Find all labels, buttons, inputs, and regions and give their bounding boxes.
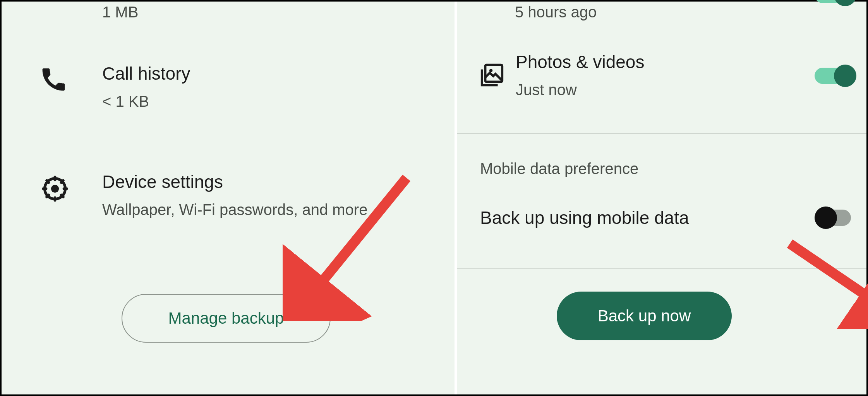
gear-icon [40, 174, 70, 203]
item-device-settings[interactable]: Device settings Wallpaper, Wi-Fi passwor… [2, 172, 455, 220]
prev-item-time: 5 hours ago [515, 2, 597, 22]
row-photos-videos[interactable]: Photos & videos Just now [479, 52, 856, 100]
mobile-data-toggle[interactable] [815, 207, 856, 229]
divider-1 [457, 133, 866, 134]
photos-icon [479, 61, 516, 90]
device-settings-sub: Wallpaper, Wi-Fi passwords, and more [102, 199, 396, 220]
svg-point-3 [489, 69, 492, 72]
prev-item-toggle-partial[interactable] [815, 0, 856, 6]
prev-item-size: 1 MB [102, 2, 138, 22]
phone-icon [40, 66, 67, 93]
svg-point-0 [51, 185, 59, 193]
manage-backup-label: Manage backup [168, 309, 284, 328]
left-panel: 1 MB Call history < 1 KB [2, 2, 455, 394]
section-mobile-data-pref: Mobile data preference [480, 160, 638, 178]
mobile-data-title: Back up using mobile data [480, 207, 815, 228]
photos-toggle[interactable] [815, 65, 856, 87]
backup-now-button[interactable]: Back up now [557, 292, 732, 340]
device-settings-title: Device settings [102, 172, 431, 192]
photos-title: Photos & videos [516, 52, 815, 72]
call-history-size: < 1 KB [102, 91, 431, 112]
call-history-title: Call history [102, 63, 431, 84]
backup-now-label: Back up now [598, 307, 691, 325]
row-mobile-data[interactable]: Back up using mobile data [480, 207, 856, 229]
manage-backup-button[interactable]: Manage backup [122, 294, 331, 343]
right-panel: 5 hours ago Photos & videos Just now Mob… [457, 2, 866, 394]
divider-2 [457, 268, 866, 269]
item-call-history[interactable]: Call history < 1 KB [2, 63, 455, 112]
photos-sub: Just now [516, 79, 815, 100]
